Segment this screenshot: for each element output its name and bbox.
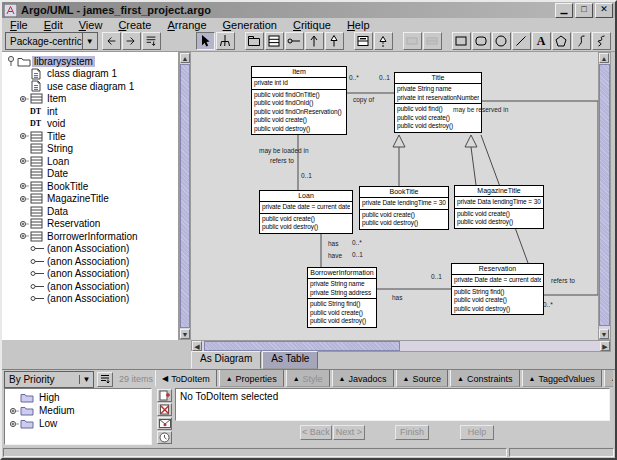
collapsed-handle-icon[interactable] [8, 405, 20, 417]
uml-class-item[interactable]: Itemprivate int idpublic void findOnTitl… [251, 66, 347, 135]
menu-create[interactable]: Create [110, 19, 159, 31]
tree-item--anon-association-[interactable]: (anon Association) [2, 280, 178, 293]
rounded-rectangle-tool[interactable] [472, 32, 491, 50]
spline-tool[interactable] [572, 32, 591, 50]
collapsed-handle-icon[interactable] [18, 93, 30, 105]
composition-tool[interactable] [423, 32, 442, 50]
scroll-thumb[interactable] [180, 64, 190, 328]
tree-item-use-case-diagram-1[interactable]: use case diagram 1 [2, 80, 178, 93]
uml-class-magazinetitle[interactable]: MagazineTitleprivate Data lendingTime = … [454, 185, 544, 229]
collapsed-handle-icon[interactable] [18, 193, 30, 205]
collapsed-handle-icon[interactable] [18, 155, 30, 167]
resolve-todo-icon[interactable] [157, 403, 172, 416]
tab-todoitem[interactable]: ◀ToDoItem [155, 370, 217, 387]
polygon-tool[interactable] [552, 32, 571, 50]
scroll-down-icon[interactable]: ▼ [180, 329, 190, 339]
tree-item-magazinetitle[interactable]: MagazineTitle [2, 193, 178, 206]
collapsed-handle-icon[interactable] [18, 218, 30, 230]
tab-style[interactable]: ▲Style [286, 370, 330, 387]
tab-as-diagram[interactable]: As Diagram [191, 351, 261, 369]
rectangle-tool[interactable] [452, 32, 471, 50]
circle-tool[interactable] [492, 32, 511, 50]
dependency-tool[interactable] [305, 32, 324, 50]
todo-folder-medium[interactable]: Medium [5, 404, 151, 417]
finish-button[interactable]: Finish [395, 425, 429, 440]
tree-item--anon-association-[interactable]: (anon Association) [2, 268, 178, 281]
tree-item-string[interactable]: String [2, 143, 178, 156]
tree-item-borrowerinformation[interactable]: BorrowerInformation [2, 230, 178, 243]
close-icon[interactable]: ✕ [595, 3, 613, 18]
realization-tool[interactable] [374, 32, 393, 50]
menu-edit[interactable]: Edit [36, 19, 71, 31]
diagram-vertical-scrollbar[interactable]: ▲▼ [598, 52, 611, 340]
uml-class-borrowerinformation[interactable]: BorrowerInformationprivate String namepr… [307, 267, 377, 328]
tree-item--anon-association-[interactable]: (anon Association) [2, 255, 178, 268]
tree-item-int[interactable]: DTint [2, 105, 178, 118]
uml-class-booktitle[interactable]: BookTitleprivate Date lendingTime = 30pu… [359, 186, 449, 230]
collapsed-handle-icon[interactable] [18, 130, 30, 142]
collapsed-handle-icon[interactable] [18, 180, 30, 192]
tab-javadocs[interactable]: ▲Javadocs [332, 370, 394, 387]
menu-help[interactable]: Help [339, 19, 378, 31]
tree-item-booktitle[interactable]: BookTitle [2, 180, 178, 193]
tree-item-class-diagram-1[interactable]: class diagram 1 [2, 68, 178, 81]
association-tool[interactable] [285, 32, 304, 50]
maximize-icon[interactable]: □ [575, 3, 593, 18]
back-button[interactable]: < Back [300, 425, 332, 440]
generalization-tool[interactable] [325, 32, 344, 50]
diagram-canvas[interactable]: Itemprivate int idpublic void findOnTitl… [191, 52, 598, 340]
next-button[interactable]: Next > [333, 425, 365, 440]
menu-critique[interactable]: Critique [285, 19, 339, 31]
perspective-combobox[interactable]: Package-centric ▼ [5, 32, 98, 50]
text-tool[interactable]: A [532, 32, 551, 50]
tab-taggedvalues[interactable]: ▲TaggedValues [522, 370, 602, 387]
scribble-tool[interactable] [592, 32, 611, 50]
tree-item-item[interactable]: Item [2, 93, 178, 106]
tab-properties[interactable]: ▲Properties [219, 370, 284, 387]
menu-view[interactable]: View [71, 19, 111, 31]
tab-checklist[interactable]: ▲Checklist [604, 370, 613, 387]
uml-class-reservation[interactable]: Reservationprivate Date date = current d… [451, 263, 544, 315]
tree-item-date[interactable]: Date [2, 168, 178, 181]
scroll-down-icon[interactable]: ▼ [599, 329, 609, 339]
expanded-handle-icon[interactable] [5, 55, 17, 67]
todo-folder-low[interactable]: Low [5, 417, 151, 430]
tab-constraints[interactable]: ▲Constraints [450, 370, 519, 387]
collapsed-handle-icon[interactable] [18, 230, 30, 242]
tree-item-title[interactable]: Title [2, 130, 178, 143]
uml-class-loan[interactable]: Loanprivate Date date = current datepubl… [259, 190, 353, 234]
select-tool[interactable] [196, 32, 215, 50]
flat-view-button[interactable] [97, 372, 113, 387]
package-tool[interactable] [245, 32, 264, 50]
tree-item--anon-association-[interactable]: (anon Association) [2, 243, 178, 256]
tab-source[interactable]: ▲Source [396, 370, 448, 387]
broom-tool[interactable] [216, 32, 235, 50]
tree-item-void[interactable]: DTvoid [2, 118, 178, 131]
class-tool[interactable] [265, 32, 284, 50]
menu-file[interactable]: File [2, 19, 36, 31]
aggregation-tool[interactable] [403, 32, 422, 50]
new-todo-icon[interactable] [157, 389, 172, 402]
scroll-left-icon[interactable]: ◀ [192, 341, 202, 351]
scroll-right-icon[interactable]: ▶ [600, 341, 610, 351]
collapsed-handle-icon[interactable] [8, 418, 20, 430]
uml-class-title[interactable]: Titleprivate String nameprivate int rese… [394, 72, 482, 133]
tree-item--anon-association-[interactable]: (anon Association) [2, 293, 178, 306]
todo-filter-combobox[interactable]: By Priority ▼ [4, 371, 94, 388]
explorer-scrollbar[interactable]: ▲▼ [179, 52, 191, 340]
scroll-up-icon[interactable]: ▲ [180, 53, 190, 63]
back-icon[interactable] [102, 32, 121, 50]
tree-item-librarysystem[interactable]: librarysystem [2, 55, 178, 68]
todo-folder-high[interactable]: High [5, 391, 151, 404]
help-button[interactable]: Help [460, 425, 494, 440]
forward-icon[interactable] [122, 32, 141, 50]
class-compartments-tool[interactable] [354, 32, 373, 50]
tab-as-table[interactable]: As Table [262, 351, 318, 369]
line-tool[interactable] [512, 32, 531, 50]
menu-arrange[interactable]: Arrange [159, 19, 214, 31]
scroll-thumb[interactable] [599, 64, 610, 326]
tree-item-data[interactable]: Data [2, 205, 178, 218]
tree-item-reservation[interactable]: Reservation [2, 218, 178, 231]
minimize-icon[interactable]: ▁ [555, 3, 573, 18]
tab-scroll-left-icon[interactable]: ◀ [162, 374, 168, 383]
